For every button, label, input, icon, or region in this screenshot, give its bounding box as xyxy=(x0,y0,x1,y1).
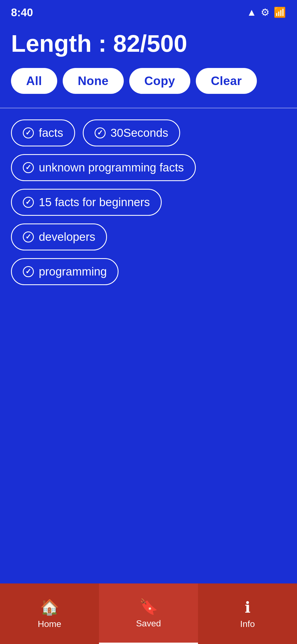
tag-unknown-programming-facts[interactable]: unknown programming facts xyxy=(11,154,196,181)
nav-saved-label: Saved xyxy=(136,618,161,629)
tag-programming-label: programming xyxy=(39,265,107,278)
nav-info[interactable]: ℹ Info xyxy=(198,583,297,644)
tags-container: facts 30Seconds unknown programming fact… xyxy=(0,119,297,285)
tags-row-3: 15 facts for beginners xyxy=(11,189,286,216)
status-icons: ▲ ⚙ 📶 xyxy=(247,7,286,18)
tag-15facts-check-icon xyxy=(23,197,34,208)
tag-programming[interactable]: programming xyxy=(11,258,119,285)
tag-unknown-check-icon xyxy=(23,162,34,173)
tag-30seconds-label: 30Seconds xyxy=(111,126,168,140)
tag-programming-check-icon xyxy=(23,266,34,277)
status-time: 8:40 xyxy=(11,6,33,19)
tag-developers-check-icon xyxy=(23,231,34,242)
tag-facts[interactable]: facts xyxy=(11,119,75,146)
clear-button[interactable]: Clear xyxy=(196,68,257,94)
bottom-nav: 🏠 Home 🔖 Saved ℹ Info xyxy=(0,583,297,644)
tag-unknown-label: unknown programming facts xyxy=(39,161,184,174)
tag-facts-label: facts xyxy=(39,126,63,140)
toolbar: All None Copy Clear xyxy=(0,68,297,105)
nav-saved[interactable]: 🔖 Saved xyxy=(99,583,198,644)
info-icon: ℹ xyxy=(245,599,251,616)
home-icon: 🏠 xyxy=(40,598,59,616)
tags-row-4: developers xyxy=(11,223,286,250)
tag-facts-check-icon xyxy=(23,127,34,138)
signal-icon: 📶 xyxy=(274,7,286,18)
settings-icon: ⚙ xyxy=(261,7,270,18)
tag-developers[interactable]: developers xyxy=(11,223,107,250)
all-button[interactable]: All xyxy=(11,68,57,94)
nav-home[interactable]: 🏠 Home xyxy=(0,583,99,644)
length-title: Length : 82/500 xyxy=(0,22,297,68)
tag-30seconds[interactable]: 30Seconds xyxy=(83,119,180,146)
copy-button[interactable]: Copy xyxy=(129,68,190,94)
tags-row-1: facts 30Seconds xyxy=(11,119,286,146)
tag-15facts-label: 15 facts for beginners xyxy=(39,196,150,209)
tags-row-5: programming xyxy=(11,258,286,285)
tag-developers-label: developers xyxy=(39,230,95,244)
divider xyxy=(0,108,297,108)
nav-info-label: Info xyxy=(240,619,255,629)
status-bar: 8:40 ▲ ⚙ 📶 xyxy=(0,0,297,22)
tag-30seconds-check-icon xyxy=(95,127,106,138)
nav-home-label: Home xyxy=(38,619,61,629)
tags-row-2: unknown programming facts xyxy=(11,154,286,181)
tag-15-facts-beginners[interactable]: 15 facts for beginners xyxy=(11,189,162,216)
none-button[interactable]: None xyxy=(63,68,124,94)
saved-icon: 🔖 xyxy=(139,598,158,616)
wifi-icon: ▲ xyxy=(247,7,257,18)
